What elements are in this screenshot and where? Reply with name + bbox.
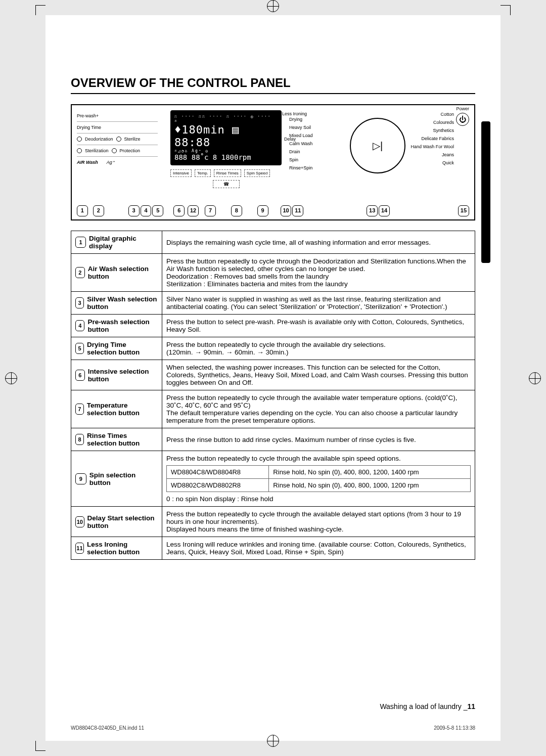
- circle-icon: [77, 148, 82, 153]
- desc-line: Press the button repeatedly to cycle thr…: [166, 257, 471, 273]
- row-desc-cell: Press the button repeatedly to cycle thr…: [162, 390, 475, 428]
- row-desc-cell: When selected, the washing power increas…: [162, 360, 475, 390]
- row-number-box: 6: [75, 370, 85, 381]
- row-name: Intensive selection button: [88, 368, 158, 383]
- callout-num: 5: [152, 205, 163, 216]
- cycle-dial-icon: ▷|: [350, 118, 405, 173]
- callout-num: 12: [188, 205, 199, 216]
- print-meta-date: 2009-5-8 11:13:38: [434, 725, 475, 731]
- desc-line: Press the button to select pre-wash. Pre…: [166, 318, 471, 333]
- deodor-label: Deodorization: [85, 137, 113, 142]
- spin-model-table: WD8804C8/WD8804R8Rinse hold, No spin (0)…: [166, 465, 471, 492]
- row-number-box: 3: [75, 297, 84, 308]
- phone-icon: ☎: [213, 180, 240, 188]
- dial-label: Heavy Soil: [289, 123, 313, 131]
- protection-label: Protection: [120, 148, 141, 153]
- table-row: 11Less Ironing selection buttonLess Iron…: [71, 537, 475, 560]
- dial-label: Hand Wash For Wool: [411, 143, 454, 151]
- dial-label: Coloureds: [411, 118, 454, 126]
- sterilize-label: Sterilize: [124, 137, 141, 142]
- air-wash-label: AIR Wash: [77, 160, 98, 165]
- prewash-label: Pre-wash+: [77, 113, 99, 118]
- circle-icon: [112, 148, 117, 153]
- table-row: 9Spin selection buttonPress the button r…: [71, 451, 475, 507]
- lcd-time-display: ♦180min ▤ 88:88: [174, 123, 278, 149]
- row-number-box: 8: [75, 434, 84, 445]
- row-name: Temperature selection button: [87, 402, 158, 417]
- desc-line: The default temperature varies depending…: [166, 409, 471, 424]
- description-table: 1Digital graphic displayDisplays the rem…: [71, 231, 475, 560]
- print-meta: WD8804C8-02405D_EN.indd 11 2009-5-8 11:1…: [71, 725, 475, 731]
- row-label-cell: 3Silver Wash selection button: [71, 292, 162, 315]
- dial-label: Quick: [411, 159, 454, 167]
- registration-mark-top: [267, 0, 279, 12]
- callout-num: 9: [257, 205, 268, 216]
- desc-line: Press the button repeatedly to cycle thr…: [166, 394, 471, 409]
- row-desc-cell: Displays the remaining wash cycle time, …: [162, 231, 475, 254]
- panel-center-lcd: ⎍ ···· ⎍⎍ ···· ⎍ ···· ◎ ···· ☼ ♦180min ▤…: [170, 110, 282, 188]
- dial-label: Delicate Fabrics: [411, 135, 454, 143]
- callout-num: 10: [281, 205, 292, 216]
- row-desc-cell: Less Ironing will reduce wrinkles and ir…: [162, 537, 475, 560]
- lcd-screen: ⎍ ···· ⎍⎍ ···· ⎍ ···· ◎ ···· ☼ ♦180min ▤…: [170, 110, 282, 165]
- callout-number-row: 1 2 3 4 5 6 12 7 8 9 10 11 13 14 15: [77, 205, 469, 216]
- desc-line: (120min. → 90min. → 60min. → 30min.): [166, 348, 471, 356]
- dial-labels-left: Drying Heavy Soil Mixed Load Calm Wash D…: [289, 115, 313, 172]
- row-desc-cell: Press the button repeatedly to cycle thr…: [162, 451, 475, 507]
- drying-time-label: Drying Time: [77, 125, 101, 130]
- row-label-cell: 4Pre-wash selection button: [71, 315, 162, 337]
- row-label-cell: 1Digital graphic display: [71, 231, 162, 254]
- desc-line: Press the button repeatedly to cycle thr…: [166, 510, 471, 525]
- panel-left-labels: Pre-wash+ Drying Time Deodorization Ster…: [77, 110, 158, 168]
- row-label-cell: 6Intensive selection button: [71, 360, 162, 390]
- crop-mark: [500, 5, 511, 15]
- table-row: 7Temperature selection buttonPress the b…: [71, 390, 475, 428]
- registration-mark-left: [5, 372, 17, 384]
- row-number-box: 7: [75, 404, 84, 415]
- lcd-button-row: Intensive Temp. Rinse Times Spin Speed: [170, 169, 282, 177]
- callout-num: 1: [77, 205, 88, 216]
- desc-line: Displayed hours means the time of finish…: [166, 525, 471, 533]
- circle-icon: [116, 137, 121, 142]
- callout-num: 3: [128, 205, 140, 216]
- registration-mark-right: [529, 372, 541, 384]
- row-number-box: 4: [75, 320, 84, 331]
- row-desc-cell: Press the button repeatedly to cycle thr…: [162, 254, 475, 292]
- registration-mark-bottom: [267, 735, 279, 747]
- row-number-box: 1: [75, 237, 86, 248]
- spin-btn-label: Spin Speed: [244, 169, 270, 177]
- callout-num: 2: [93, 205, 104, 216]
- callout-num: 8: [231, 205, 242, 216]
- table-row: 2Air Wash selection buttonPress the butt…: [71, 254, 475, 292]
- circle-icon: [77, 137, 82, 142]
- row-label-cell: 5Drying Time selection button: [71, 337, 162, 360]
- model-cell: WD8802C8/WD8802R8: [167, 479, 269, 492]
- desc-line: Press the rinse button to add rinse cycl…: [166, 436, 471, 443]
- power-button-icon: ⏻: [456, 113, 469, 126]
- dial-label: Spin: [289, 156, 313, 164]
- dial-label: Jeans: [411, 151, 454, 159]
- lcd-icon-row: ⎍ ···· ⎍⎍ ···· ⎍ ···· ◎ ···· ☼: [174, 114, 278, 123]
- callout-num: 13: [367, 205, 378, 216]
- row-number-box: 10: [75, 516, 84, 527]
- table-row: 3Silver Wash selection buttonSilver Nano…: [71, 292, 475, 315]
- speed-cell: Rinse hold, No spin (0), 400, 800, 1000,…: [269, 479, 471, 492]
- inner-row: WD8802C8/WD8802R8Rinse hold, No spin (0)…: [167, 479, 471, 492]
- desc-line: Less Ironing will reduce wrinkles and ir…: [166, 541, 471, 556]
- dial-label: Synthetics: [411, 126, 454, 135]
- footer-page-number: 11: [467, 702, 475, 710]
- row-name: Silver Wash selection button: [87, 295, 158, 310]
- row-number-box: 11: [75, 543, 84, 554]
- row-label-cell: 8Rinse Times selection button: [71, 428, 162, 451]
- power-label: Power: [456, 106, 469, 111]
- desc-line: Deodorization : Removes bad smells from …: [166, 273, 471, 280]
- row-name: Delay Start selection button: [87, 514, 158, 529]
- row-name: Pre-wash selection button: [87, 318, 158, 333]
- row-name: Spin selection button: [89, 471, 158, 486]
- row-label-cell: 9Spin selection button: [71, 451, 162, 507]
- dial-labels-right: Cotton Coloureds Synthetics Delicate Fab…: [411, 110, 454, 167]
- crop-mark: [35, 741, 46, 751]
- row-desc-pre: Press the button repeatedly to cycle thr…: [166, 455, 471, 462]
- table-row: 5Drying Time selection buttonPress the b…: [71, 337, 475, 360]
- intensive-btn-label: Intensive: [170, 169, 192, 177]
